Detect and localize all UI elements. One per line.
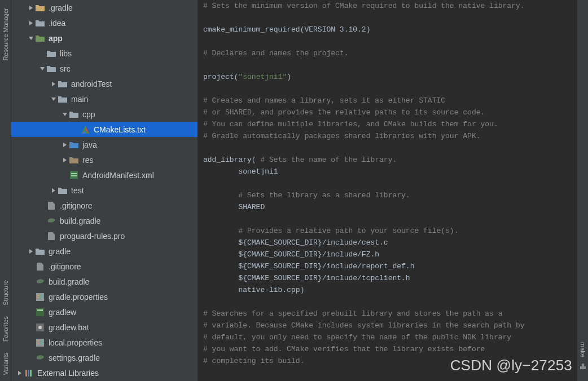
tree-item-java[interactable]: java: [11, 137, 198, 152]
tree-label: AndroidManifest.xml: [82, 171, 154, 180]
tree-item-manifest[interactable]: AndroidManifest.xml: [11, 167, 198, 183]
build-icon[interactable]: [580, 363, 586, 370]
tree-label: cpp: [82, 110, 95, 119]
tree-item-proguard[interactable]: proguard-rules.pro: [11, 228, 198, 243]
tree-item-src[interactable]: src: [11, 61, 198, 76]
tree-label: settings.gradle: [49, 353, 100, 362]
tree-label: androidTest: [71, 79, 112, 88]
tree-item-app[interactable]: app: [11, 30, 198, 46]
library-icon: [24, 368, 34, 378]
bat-icon: [35, 322, 45, 333]
tree-item-build-gradle-root[interactable]: build.gradle: [11, 274, 198, 289]
folder-icon: [69, 109, 79, 119]
tree-item-gradle-properties[interactable]: gradle.properties: [11, 289, 198, 304]
left-tool-strip: Resource Manager Structure Favorites Var…: [0, 0, 11, 381]
tree-item-gitignore-root[interactable]: .gitignore: [11, 259, 198, 274]
tree-label: gradle.properties: [49, 293, 108, 302]
tree-label: .gitignore: [49, 262, 81, 271]
tree-label: External Libraries: [37, 369, 99, 378]
svg-rect-19: [30, 370, 32, 376]
tree-item-res[interactable]: res: [11, 152, 198, 167]
svg-rect-13: [37, 340, 39, 342]
tree-label: libs: [60, 49, 72, 58]
editor-pane[interactable]: # Sets the minimum version of CMake requ…: [198, 0, 588, 381]
chevron-down-icon[interactable]: [38, 67, 46, 71]
chevron-right-icon[interactable]: [27, 249, 35, 254]
svg-rect-15: [37, 343, 39, 344]
tree-item-local-properties[interactable]: local.properties: [11, 335, 198, 350]
variants-tab[interactable]: Variants: [2, 347, 9, 381]
chevron-right-icon[interactable]: [50, 82, 58, 86]
tree-label: build.gradle: [49, 277, 89, 286]
tree-item-build-gradle[interactable]: build.gradle: [11, 213, 198, 228]
svg-rect-14: [40, 340, 43, 342]
tree-item-main[interactable]: main: [11, 91, 198, 107]
make-tab[interactable]: make: [580, 339, 586, 361]
chevron-down-icon[interactable]: [27, 36, 35, 41]
tree-label: CMakeLists.txt: [94, 125, 146, 134]
tree-label: gradle: [49, 247, 71, 256]
tree-label: .idea: [49, 19, 65, 28]
tree-item-gradlew[interactable]: gradlew: [11, 304, 198, 320]
tree-label: proguard-rules.pro: [60, 232, 125, 241]
tree-item-test[interactable]: test: [11, 183, 198, 198]
tree-item-settings-gradle[interactable]: settings.gradle: [11, 350, 198, 365]
tree-label: gradlew.bat: [49, 323, 89, 332]
chevron-right-icon[interactable]: [16, 371, 24, 375]
svg-rect-22: [582, 364, 584, 366]
manifest-icon: [69, 170, 79, 180]
svg-rect-4: [37, 295, 39, 296]
chevron-right-icon[interactable]: [50, 188, 58, 193]
chevron-right-icon[interactable]: [61, 143, 69, 147]
code-block[interactable]: # Sets the minimum version of CMake requ…: [203, 0, 576, 381]
tree-item-androidtest[interactable]: androidTest: [11, 76, 198, 91]
favorites-tab[interactable]: Favorites: [2, 311, 9, 347]
shell-icon: [35, 307, 45, 317]
gradle-icon: [35, 353, 45, 363]
svg-rect-18: [28, 370, 29, 376]
tree-label: .gradle: [49, 3, 73, 12]
svg-rect-17: [25, 370, 27, 376]
file-icon: [46, 231, 56, 241]
tree-item-gradle-dir[interactable]: .gradle: [11, 0, 198, 15]
structure-tab[interactable]: Structure: [2, 274, 9, 311]
resource-manager-label: Resource Manager: [2, 8, 9, 61]
svg-rect-5: [40, 295, 43, 296]
folder-icon: [46, 48, 56, 59]
right-tool-strip: make: [577, 0, 588, 381]
favorites-label: Favorites: [2, 316, 9, 342]
chevron-down-icon[interactable]: [61, 112, 69, 117]
tree-item-cpp[interactable]: cpp: [11, 107, 198, 122]
folder-icon: [69, 140, 79, 150]
folder-icon: [35, 18, 45, 28]
tree-item-gitignore[interactable]: .gitignore: [11, 198, 198, 213]
resource-manager-tab[interactable]: Resource Manager: [2, 2, 9, 67]
tree-label: main: [71, 95, 88, 104]
tree-item-idea[interactable]: .idea: [11, 15, 198, 30]
folder-icon: [58, 79, 68, 89]
tree-label: gradlew: [49, 308, 76, 317]
folder-icon: [58, 94, 68, 104]
tree-label: local.properties: [49, 338, 102, 347]
variants-label: Variants: [2, 353, 9, 375]
properties-icon: [35, 338, 45, 348]
tree-item-libs[interactable]: libs: [11, 46, 198, 61]
tree-label: build.gradle: [60, 216, 100, 225]
tree-item-gradlew-bat[interactable]: gradlew.bat: [11, 320, 198, 335]
chevron-down-icon[interactable]: [50, 97, 58, 101]
tree-label: app: [49, 34, 63, 43]
editor-content[interactable]: # Sets the minimum version of CMake requ…: [198, 0, 581, 381]
tree-item-cmakelists[interactable]: CMakeLists.txt: [11, 122, 198, 137]
svg-point-11: [38, 326, 42, 329]
tree-label: .gitignore: [60, 201, 93, 210]
project-tree-panel[interactable]: .gradle .idea app libs src androidTest: [11, 0, 198, 381]
chevron-right-icon[interactable]: [61, 158, 69, 162]
tree-item-external-libs[interactable]: External Libraries: [11, 365, 198, 380]
chevron-right-icon[interactable]: [27, 21, 35, 25]
tree-item-gradle-folder[interactable]: gradle: [11, 243, 198, 259]
svg-rect-1: [71, 173, 77, 174]
tree-label: src: [60, 64, 71, 73]
svg-rect-9: [37, 309, 43, 311]
properties-icon: [35, 292, 45, 302]
chevron-right-icon[interactable]: [27, 6, 35, 10]
